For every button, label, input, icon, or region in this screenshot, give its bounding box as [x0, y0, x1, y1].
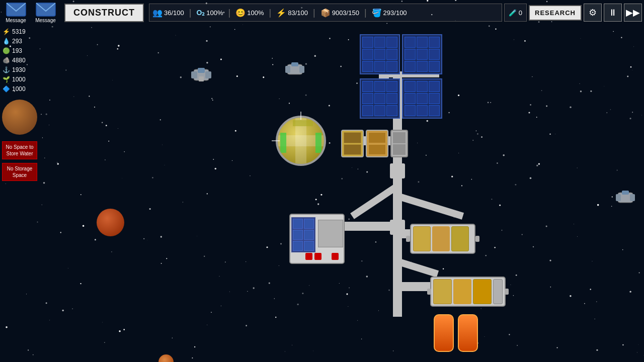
message2-label: Message — [35, 18, 56, 23]
resource-water: 💧 293 — [2, 37, 37, 45]
pause-button[interactable]: ⏸ — [604, 4, 622, 22]
ore-icon: ⚓ — [2, 66, 10, 74]
power-value: 83/100 — [288, 9, 308, 17]
crew-icon: 👥 — [152, 8, 163, 18]
plant-icon: 🌱 — [2, 75, 10, 83]
station-core[interactable] — [276, 116, 326, 166]
speed-icon: ▶▶ — [626, 7, 640, 18]
construct-button[interactable]: CONSTRUCT — [64, 4, 144, 22]
planet-asteroid — [2, 100, 37, 135]
left-panel: ⚡ 5319 💧 293 🟢 193 🪨 4880 ⚓ 1930 🌱 1000 … — [2, 28, 37, 181]
water-res-icon: 💧 — [2, 37, 10, 45]
food-icon: 🟢 — [2, 47, 10, 55]
alert-no-water[interactable]: No Space toStore Water — [2, 141, 37, 159]
cargo-module-lower[interactable] — [430, 277, 506, 307]
power-icon: ⚡ — [276, 8, 286, 18]
spacecraft-1 — [189, 65, 214, 84]
water-stat: 🪣 293/100 — [372, 8, 407, 18]
oxygen-stat: O₂ 100% — [196, 9, 223, 17]
health-icon: 😊 — [235, 8, 246, 18]
alert-no-storage[interactable]: No StorageSpace — [2, 163, 37, 181]
cargo-module-mid[interactable] — [410, 224, 475, 254]
svg-rect-22 — [299, 66, 304, 73]
connectors-layer — [0, 0, 644, 362]
svg-rect-25 — [616, 194, 621, 201]
power-module[interactable] — [289, 214, 345, 264]
pause-icon: ⏸ — [608, 8, 617, 18]
storage-stat: 📦 9003/150 — [320, 8, 359, 18]
message1-label: Message — [6, 18, 26, 23]
health-value: 100% — [247, 9, 264, 17]
rock-icon: 🪨 — [2, 56, 10, 64]
resource-ore: ⚓ 1930 — [2, 66, 37, 74]
svg-rect-27 — [622, 191, 629, 195]
svg-line-10 — [352, 186, 397, 216]
svg-line-12 — [397, 261, 438, 274]
message1-button[interactable]: Message — [2, 3, 30, 23]
status-bar: 👥 36/100 | O₂ 100% | 😊 100% | ⚡ 83/100 |… — [149, 4, 502, 22]
metal-icon: ⚡ — [2, 28, 10, 36]
water-value: 293/100 — [383, 9, 407, 17]
health-stat: 😊 100% — [235, 8, 264, 18]
svg-rect-8 — [390, 163, 405, 178]
power-stat: ⚡ 83/100 — [276, 8, 308, 18]
solar-panels-top — [360, 34, 442, 119]
crew-value: 36/100 — [164, 9, 184, 17]
water-icon: 🪣 — [372, 8, 382, 18]
crystal-icon: 🔷 — [2, 85, 10, 93]
resource-food: 🟢 193 — [2, 47, 37, 55]
svg-rect-23 — [291, 62, 298, 66]
spacecraft-2 — [283, 60, 306, 78]
resource-crystal: 🔷 1000 — [2, 85, 37, 93]
flask-icon: 🧪 — [509, 9, 517, 17]
spacecraft-3 — [614, 189, 637, 207]
topbar: Message Message CONSTRUCT 👥 36/100 | O₂ … — [0, 0, 644, 25]
fuel-tanks[interactable] — [434, 314, 478, 352]
flask-area: 🧪 0 — [504, 4, 527, 22]
storage-value: 9003/150 — [332, 9, 359, 17]
settings-button[interactable]: ⚙ — [584, 4, 602, 22]
speed-button[interactable]: ▶▶ — [624, 4, 642, 22]
svg-rect-21 — [285, 66, 290, 73]
svg-rect-18 — [198, 68, 205, 73]
svg-rect-9 — [390, 220, 405, 235]
resource-plant: 🌱 1000 — [2, 75, 37, 83]
svg-rect-19 — [199, 76, 204, 81]
crew-stat: 👥 36/100 — [152, 8, 184, 18]
svg-rect-16 — [191, 71, 197, 78]
svg-rect-17 — [205, 71, 211, 78]
research-button[interactable]: RESEARCH — [529, 5, 582, 21]
resource-metal: ⚡ 5319 — [2, 28, 37, 36]
resource-rock: 🪨 4880 — [2, 56, 37, 64]
oxygen-value: 100% — [206, 9, 223, 17]
flask-value: 0 — [519, 9, 522, 17]
small-planet-bottom — [158, 354, 174, 362]
mars-planet — [97, 209, 124, 236]
svg-rect-26 — [630, 194, 635, 201]
gear-icon: ⚙ — [589, 7, 597, 18]
message2-button[interactable]: Message — [32, 3, 59, 23]
cargo-modules-right[interactable] — [341, 130, 408, 157]
storage-icon: 📦 — [320, 8, 331, 18]
oxygen-icon: O₂ — [196, 9, 205, 17]
svg-line-11 — [397, 196, 463, 216]
